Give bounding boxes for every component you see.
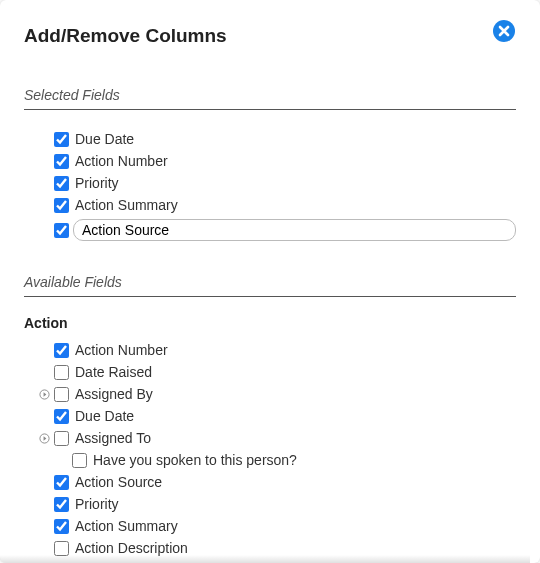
field-label: Assigned To <box>75 430 151 446</box>
field-checkbox[interactable] <box>54 132 69 147</box>
selected-field-row: Priority <box>24 172 516 194</box>
field-label: Action Summary <box>75 197 178 213</box>
available-field-row: Action Source <box>24 471 516 493</box>
field-checkbox[interactable] <box>54 541 69 556</box>
field-label: Action Source <box>75 474 162 490</box>
field-checkbox[interactable] <box>54 223 69 238</box>
selected-fields-section: Selected Fields Due DateAction NumberPri… <box>24 87 516 244</box>
field-checkbox[interactable] <box>54 343 69 358</box>
field-checkbox[interactable] <box>54 365 69 380</box>
field-label: Priority <box>75 175 119 191</box>
field-label: Due Date <box>75 408 134 424</box>
section-rule <box>24 109 516 110</box>
field-checkbox[interactable] <box>54 176 69 191</box>
available-fields-groups: ActionAction NumberDate RaisedAssigned B… <box>24 315 516 559</box>
field-checkbox[interactable] <box>72 453 87 468</box>
available-field-row: Action Description <box>24 537 516 559</box>
available-field-row: Action Summary <box>24 515 516 537</box>
field-checkbox[interactable] <box>54 519 69 534</box>
selected-fields-heading: Selected Fields <box>24 87 516 103</box>
section-rule <box>24 296 516 297</box>
expand-caret-icon[interactable] <box>38 432 50 444</box>
field-label: Have you spoken to this person? <box>93 452 297 468</box>
available-group-heading: Action <box>24 315 516 331</box>
field-checkbox[interactable] <box>54 409 69 424</box>
selected-field-row <box>24 216 516 244</box>
field-label: Action Number <box>75 153 168 169</box>
available-field-row: Action Number <box>24 339 516 361</box>
selected-field-row: Due Date <box>24 128 516 150</box>
field-rename-input[interactable] <box>73 219 516 241</box>
field-checkbox[interactable] <box>54 497 69 512</box>
dialog-header: Add/Remove Columns <box>0 0 540 47</box>
field-checkbox[interactable] <box>54 431 69 446</box>
dialog-body[interactable]: Selected Fields Due DateAction NumberPri… <box>0 87 540 563</box>
available-field-row: Date Raised <box>24 361 516 383</box>
field-label: Assigned By <box>75 386 153 402</box>
dialog-title: Add/Remove Columns <box>24 25 227 47</box>
field-label: Date Raised <box>75 364 152 380</box>
close-button[interactable] <box>492 20 516 44</box>
close-icon <box>492 19 516 46</box>
available-field-row: Assigned To <box>24 427 516 449</box>
field-checkbox[interactable] <box>54 475 69 490</box>
available-fields-heading: Available Fields <box>24 274 516 290</box>
field-checkbox[interactable] <box>54 387 69 402</box>
available-field-row: Assigned By <box>24 383 516 405</box>
field-checkbox[interactable] <box>54 198 69 213</box>
available-field-row: Due Date <box>24 405 516 427</box>
available-fields-section: Available Fields ActionAction NumberDate… <box>24 274 516 559</box>
field-label: Due Date <box>75 131 134 147</box>
field-label: Action Summary <box>75 518 178 534</box>
selected-field-row: Action Number <box>24 150 516 172</box>
selected-field-row: Action Summary <box>24 194 516 216</box>
available-field-row: Have you spoken to this person? <box>24 449 516 471</box>
field-label: Priority <box>75 496 119 512</box>
field-label: Action Number <box>75 342 168 358</box>
field-label: Action Description <box>75 540 188 556</box>
field-checkbox[interactable] <box>54 154 69 169</box>
add-remove-columns-dialog: Add/Remove Columns Selected Fields Due D… <box>0 0 540 563</box>
expand-caret-icon[interactable] <box>38 388 50 400</box>
available-field-row: Priority <box>24 493 516 515</box>
selected-fields-list: Due DateAction NumberPriorityAction Summ… <box>24 128 516 244</box>
